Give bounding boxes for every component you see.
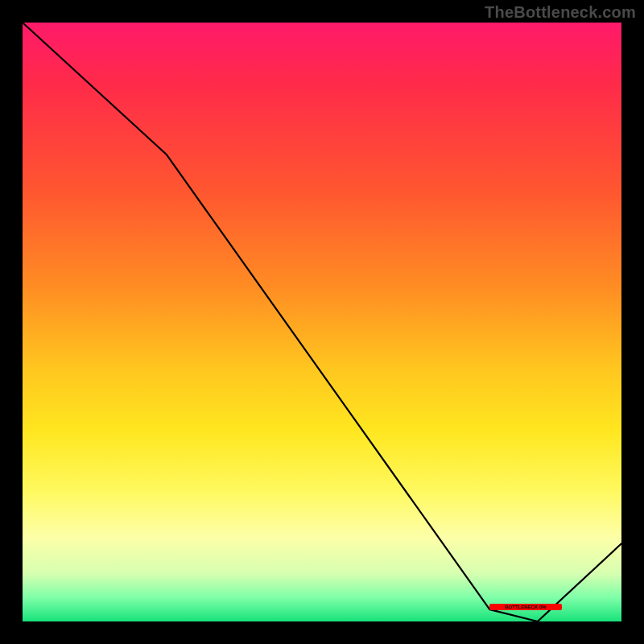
bottleneck-line <box>23 23 621 621</box>
optimal-marker: BOTTLENECK 0% <box>489 604 561 610</box>
chart-stage: TheBottleneck.com BOTTLENECK 0% <box>0 0 644 644</box>
watermark-text: TheBottleneck.com <box>485 3 636 22</box>
plot-area: BOTTLENECK 0% <box>23 23 621 621</box>
optimal-marker-label: BOTTLENECK 0% <box>505 605 546 609</box>
bottleneck-line-path <box>23 23 621 621</box>
